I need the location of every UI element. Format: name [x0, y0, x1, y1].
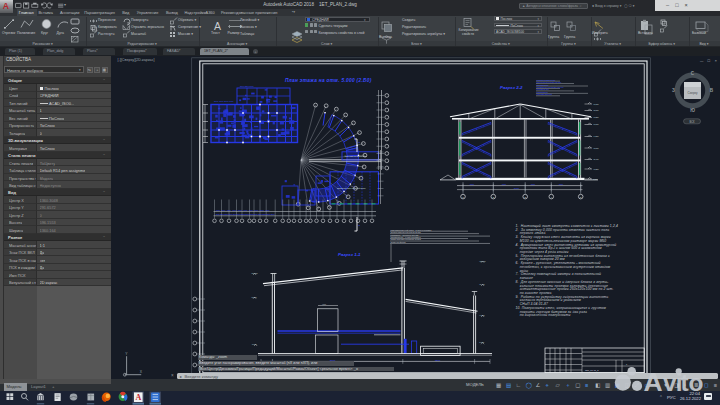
svg-text:1ET_PLAN_2: 1ET_PLAN_2: [585, 369, 599, 372]
svg-text:+8,700: +8,700: [593, 109, 599, 112]
svg-text:0,000: 0,000: [593, 178, 598, 181]
svg-text:3000 4500 3000 6000: 3000 4500 3000 6000: [214, 100, 234, 102]
svg-text:Ю: Ю: [690, 108, 695, 113]
svg-text:6000: 6000: [531, 183, 535, 185]
svg-text:Стальная ферма: Стальная ферма: [391, 241, 407, 243]
svg-text:В: В: [710, 88, 714, 93]
svg-text:2100 3300 2400: 2100 3300 2400: [240, 85, 254, 87]
svg-text:t: t: [681, 369, 689, 396]
svg-text:Разрез 1-1: Разрез 1-1: [338, 252, 361, 257]
svg-text:6000: 6000: [470, 183, 474, 185]
svg-text:+4,800: +4,800: [593, 135, 599, 138]
svg-text:Разрез 2-2: Разрез 2-2: [500, 85, 523, 90]
svg-text:2: 2: [359, 224, 361, 227]
svg-text:+1,200: +1,200: [593, 168, 599, 171]
svg-text:3: 3: [525, 196, 527, 198]
svg-text:1: 1: [462, 196, 464, 198]
svg-text:+12,600: +12,600: [479, 260, 486, 263]
svg-text:+7,200: +7,200: [593, 116, 599, 119]
svg-text:+2,400: +2,400: [593, 158, 599, 161]
svg-text:+6,000: +6,000: [593, 123, 599, 126]
svg-text:Фойе-холл над вестибюлем: Фойе-холл над вестибюлем: [345, 155, 368, 157]
svg-text:2: 2: [359, 141, 361, 144]
svg-text:o: o: [689, 369, 704, 396]
svg-text:A: A: [136, 393, 142, 402]
svg-text:6000 6000 6000 6000 60: 6000 6000 6000 6000 6000 6000 6000 6000 …: [216, 209, 269, 211]
svg-text:□: □: [708, 58, 711, 63]
svg-text:6000: 6000: [559, 183, 563, 185]
svg-text:З: З: [672, 88, 675, 93]
svg-text:—: —: [700, 59, 704, 63]
svg-text:24000: 24000: [514, 187, 519, 189]
svg-text:ВСК: ВСК: [689, 120, 695, 124]
svg-text:12000: 12000: [435, 359, 440, 361]
svg-text:0,000: 0,000: [252, 343, 257, 346]
svg-text:4: 4: [551, 196, 553, 198]
svg-text:[-][Сверху][2D-каркас]: [-][Сверху][2D-каркас]: [118, 58, 155, 62]
svg-text:4600: 4600: [322, 303, 326, 305]
svg-text:Сверху: Сверху: [687, 91, 698, 95]
svg-text:План этажа на отм. 5.000 (2.Б0: План этажа на отм. 5.000 (2.Б0): [285, 78, 372, 83]
svg-text:×: ×: [715, 58, 718, 63]
svg-text:Подшивка вагонкой: Подшивка вагонкой: [537, 93, 552, 95]
svg-text:Зрительный зал с эстрадной час: Зрительный зал с эстрадной частью: [337, 187, 366, 189]
svg-text:по выровненной поверхности: по выровненной поверхности: [516, 313, 571, 317]
svg-text:+3,600: +3,600: [593, 147, 599, 150]
svg-text:A: A: [644, 367, 663, 397]
svg-text:пенобетон, с организованным вн: пенобетон, с организованным внутренним о…: [516, 265, 611, 269]
svg-text:2: 2: [493, 196, 495, 198]
svg-text:+9,600: +9,600: [593, 103, 599, 106]
svg-text:3000 3000 3000 3000 3000 3000: 3000 3000 3000 3000 3000 3000 3000 3000 …: [216, 213, 275, 215]
svg-text:+10,800: +10,800: [251, 272, 258, 275]
svg-text:Y: Y: [125, 352, 128, 356]
svg-text:X: X: [140, 370, 143, 374]
svg-text:5: 5: [580, 196, 582, 198]
svg-text:6000: 6000: [502, 183, 506, 185]
